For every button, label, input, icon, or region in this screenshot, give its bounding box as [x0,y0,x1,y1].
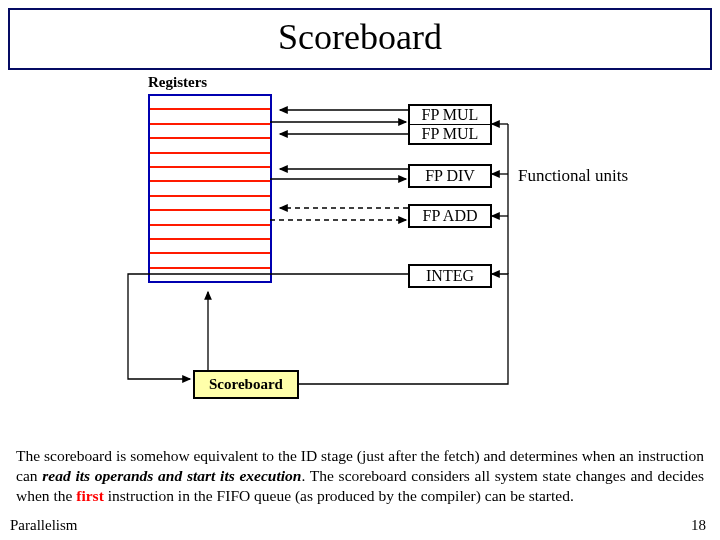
fp-add-box: FP ADD [408,204,492,228]
fp-mul-2-label: FP MUL [410,124,490,143]
fp-mul-1-label: FP MUL [410,106,490,124]
page-number: 18 [691,517,706,534]
description-paragraph: The scoreboard is somehow equivalent to … [16,446,704,505]
integ-box: INTEG [408,264,492,288]
page-title: Scoreboard [278,17,442,57]
scoreboard-box: Scoreboard [193,370,299,399]
fp-div-box: FP DIV [408,164,492,188]
scoreboard-diagram: Registers FP MUL FP MUL FP DIV FP ADD IN… [8,74,712,444]
footer-topic: Parallelism [10,517,78,534]
scoreboard-box-label: Scoreboard [209,376,283,392]
integ-label: INTEG [426,267,474,285]
desc-post: instruction in the FIFO queue (as produc… [104,487,574,504]
fp-add-label: FP ADD [423,207,478,225]
fp-mul-pair: FP MUL FP MUL [408,104,492,145]
desc-first-word: first [76,487,104,504]
fp-div-label: FP DIV [425,167,475,185]
desc-emphasis: read its operands and start its executio… [42,467,301,484]
title-banner: Scoreboard [8,8,712,70]
connections [8,74,712,444]
